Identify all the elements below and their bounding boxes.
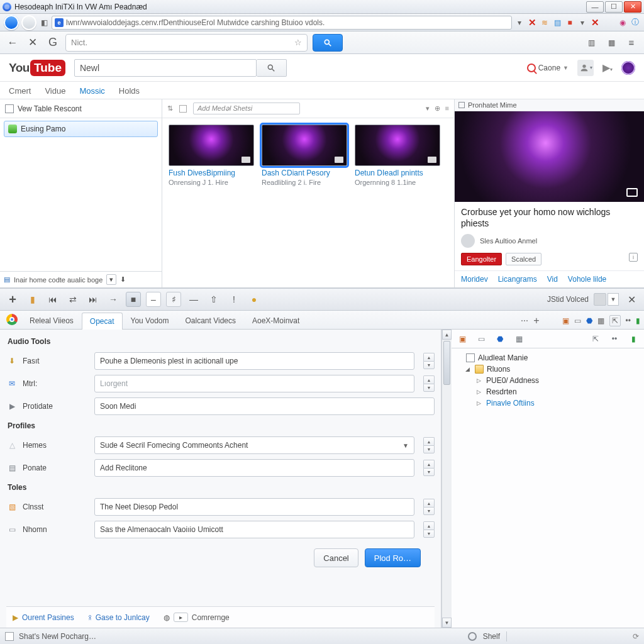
coin-icon[interactable]: ● [247,292,262,307]
sync-icon[interactable]: ⟳ [633,632,639,641]
tree-item-selected[interactable]: Eusing Pamo [4,121,158,137]
user-avatar[interactable]: ▾ [577,60,594,76]
link-vid[interactable]: Vid [547,275,558,284]
info-icon[interactable]: i [629,253,638,262]
video-card[interactable]: Fush DivesBipmiing Onrensing J 1. Hire [169,125,254,186]
add-button[interactable]: + [5,292,20,307]
settings-gear-icon[interactable] [621,61,635,75]
more-dots-icon[interactable]: •• [626,316,631,325]
account-dropdown[interactable]: Caone ▼ [527,64,569,72]
fast-stepper[interactable]: ▲▼ [423,353,435,369]
tree-folder[interactable]: ◢Rluons [457,364,639,375]
close-panel-icon[interactable]: ✕ [624,292,639,307]
help-globe-icon[interactable]: ◉ [618,18,628,28]
chevron-down-icon[interactable]: ▾ [426,104,430,113]
gear-icon[interactable] [468,632,477,641]
google-g-icon[interactable]: G [45,35,60,50]
youtube-search-button[interactable] [257,59,287,77]
volume-down-icon[interactable]: – [146,292,161,307]
submit-button[interactable]: Plod Ro… [365,548,421,567]
fullscreen-icon[interactable] [626,188,638,197]
picture-icon[interactable]: ▣ [457,333,468,345]
list-view-icon[interactable]: ≡ [445,104,449,113]
picture-icon[interactable]: ▣ [562,316,569,325]
filter-icon[interactable] [179,105,187,113]
youtube-logo[interactable]: You Tube [9,60,65,76]
calendar-icon[interactable]: ▦ [513,333,525,345]
link-licangrams[interactable]: Licangrams [498,275,537,284]
upload-icon[interactable]: ⇧ [206,292,221,307]
stop-caret-icon[interactable]: ▾ [514,18,525,28]
book-icon[interactable]: ▭ [475,333,487,345]
tab-vidue[interactable]: Vidue [45,86,65,99]
add-media-input[interactable]: Add Medəl Shetsi [193,103,300,114]
more-icon[interactable]: ⋯ [521,316,528,325]
zoom-icon[interactable]: ⊕ [435,104,440,113]
hemes-stepper[interactable]: ▲▼ [423,437,435,453]
video-title[interactable]: Detun DIeadl pnintts [355,169,440,177]
tab-mossic[interactable]: Mossic [79,86,104,99]
rss-icon[interactable]: ≋ [540,18,550,28]
subscribe-button[interactable]: Eangolter [461,253,502,265]
hemes-select[interactable]: Sude 4 Secril Fomecing Commeonts Achent▼ [94,436,414,454]
scroll-thumb[interactable] [443,341,450,385]
mtl-stepper[interactable]: ▲▼ [423,375,435,392]
link-ourent-pasines[interactable]: ▶Ourent Pasines [13,613,74,622]
url-field[interactable]: e lwnr/wwvoialoddejags.cenv.rfDenthiouse… [52,16,512,30]
alert-icon[interactable]: ! [226,292,242,307]
scroll-up-icon[interactable]: ▲ [442,330,452,340]
shield-icon[interactable]: ⬣ [586,316,592,325]
stop-icon[interactable]: ✕ [527,18,537,28]
tab-holds[interactable]: Holds [119,86,140,99]
youtube-search-input[interactable]: Newl [74,59,257,77]
tab-cmert[interactable]: Cmert [9,86,31,99]
cancel-button[interactable]: Cancel [314,548,358,567]
clnsst-stepper[interactable]: ▲▼ [423,499,435,515]
tab-oalcant-videcs[interactable]: Oalcant Videcs [177,312,244,329]
play-icon[interactable]: ▶▾ [602,62,613,74]
author-avatar[interactable] [461,234,475,248]
more-icon[interactable]: •• [609,333,620,345]
tab-aoex-moinvat[interactable]: AoeX-Moinvat [244,312,308,329]
panel-layout-icon[interactable]: ▥ [584,35,599,50]
video-title[interactable]: Dash CDiant Pesory [262,169,347,177]
tab-you-vodom[interactable]: You Vodom [123,312,177,329]
video-card[interactable]: Dash CDiant Pesory Readlibling 2 i. Fire [262,125,347,186]
video-player[interactable] [455,111,644,202]
tree-root[interactable]: Aludleat Manie [457,352,639,364]
calendar-icon[interactable]: ▦ [597,316,604,325]
omnibox[interactable]: Nict. ☆ [65,34,308,52]
vertical-scrollbar[interactable]: ▲ ▼ [441,330,452,628]
reload-icon[interactable] [4,15,19,30]
nhomn-input[interactable]: Sas the Almenaocaln Vaoiıio Umicott [94,521,414,538]
hamburger-menu-icon[interactable]: ≡ [624,35,639,50]
chrome-icon[interactable] [6,314,18,325]
window-maximize-button[interactable]: ☐ [605,1,623,13]
link-gase-junlcay[interactable]: 🯅Gase to Junlcay [88,613,150,622]
close-tab-button[interactable]: ✕ [25,35,40,50]
folder-icon[interactable]: ▮ [25,292,40,307]
author-name[interactable]: Sles Aultioo Anmel [480,237,537,245]
bookmark-star-icon[interactable]: ☆ [294,38,302,47]
folder-green-icon[interactable]: ▮ [636,316,640,325]
equalizer-icon[interactable]: ♯ [166,292,181,307]
ponate-input[interactable]: Add Reclitone [94,459,414,477]
skip-next-icon[interactable]: ⏭ [86,292,101,307]
prod-input[interactable]: Soon Medi [94,397,435,415]
dropdown-icon[interactable]: ▾ [577,18,587,28]
link-moridev[interactable]: Moridev [461,275,488,284]
info-icon[interactable]: ⓘ [630,18,640,28]
window-close-button[interactable]: ✕ [624,1,641,13]
folder-green-icon[interactable]: ▮ [628,333,639,345]
mtl-input[interactable]: Lıorgent [94,375,414,392]
link-comrernge[interactable]: ◍▸Comrernge [164,613,230,622]
popout-icon[interactable]: ⇱ [609,315,621,326]
ponate-stepper[interactable]: ▲▼ [423,460,435,476]
scaled-button[interactable]: Scalced [506,253,541,265]
window-minimize-button[interactable]: — [586,1,604,13]
nhomn-stepper[interactable]: ▲▼ [423,521,435,538]
shield-icon[interactable]: ⬣ [494,333,506,345]
tree-item[interactable]: ▷Pinavle Oftiins [457,397,639,409]
bookmark-toggle-icon[interactable]: ◧ [39,18,49,28]
popout-icon[interactable]: ⇱ [590,333,601,345]
